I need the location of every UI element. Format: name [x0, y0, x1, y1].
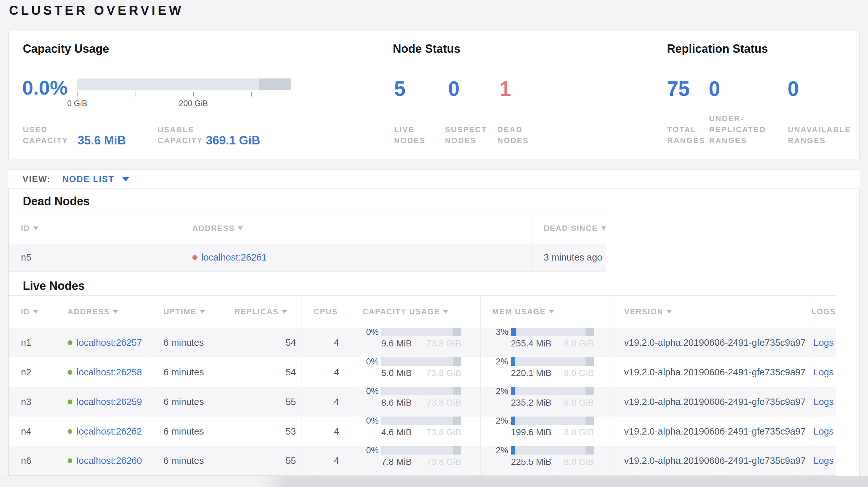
live-header-cpus: CPUS: [301, 296, 351, 328]
version-value: v19.2.0-alpha.20190606-2491-gfe735c9a97: [612, 446, 811, 476]
dead-header-id[interactable]: ID: [9, 213, 180, 244]
node-address-link[interactable]: localhost:26259: [76, 397, 142, 407]
capacity-bar: [381, 387, 461, 395]
live-dot-icon: [68, 458, 72, 463]
live-dot-icon: [68, 340, 72, 345]
mem-usage-cell: 2% 220.1 MiB8.0 GiB: [480, 357, 612, 387]
mem-total: 8.0 GiB: [564, 427, 594, 437]
nodes-tables-panel: Dead Nodes ID ADDRESS DEAD SINCE n5 loca…: [8, 189, 860, 476]
logs-cell: Logs: [811, 446, 836, 476]
capacity-total: 73.8 GiB: [426, 368, 461, 378]
live-header-capacity-usage[interactable]: CAPACITY USAGE: [351, 296, 480, 328]
capacity-usage-cell: 0% 8.6 MiB73.8 GiB: [351, 387, 480, 417]
mem-percent: 2%: [487, 357, 508, 366]
live-header-logs: LOGS: [811, 296, 836, 328]
logs-link[interactable]: Logs: [814, 337, 834, 348]
under-replicated-ranges-count: 0: [709, 77, 720, 101]
dead-header-dead-since[interactable]: DEAD SINCE: [531, 213, 606, 244]
node-id: n4: [9, 417, 55, 446]
table-row: n1 localhost:26257 6 minutes 54 4 0% 9.6…: [9, 328, 836, 357]
version-value: v19.2.0-alpha.20190606-2491-gfe735c9a97: [612, 387, 811, 417]
live-header-mem-usage[interactable]: MEM USAGE: [480, 296, 612, 328]
node-address-cell: localhost:26257: [55, 328, 151, 357]
mem-total: 8.0 GiB: [564, 397, 594, 408]
replication-status-heading: Replication Status: [667, 42, 768, 56]
live-header-address[interactable]: ADDRESS: [55, 296, 151, 328]
table-row: n4 localhost:26262 6 minutes 53 4 0% 4.6…: [9, 417, 836, 446]
table-row: n5 localhost:26261 3 minutes ago: [9, 244, 606, 272]
capacity-bar: [381, 328, 461, 336]
live-header-version[interactable]: VERSION: [612, 296, 811, 328]
node-address-link[interactable]: localhost:26262: [76, 426, 142, 437]
suspect-nodes-count: 0: [448, 77, 460, 101]
node-list-dropdown[interactable]: NODE LIST: [62, 174, 115, 184]
capacity-bar-endcap: [259, 78, 291, 90]
axis-label-0gib: 0 GiB: [67, 99, 88, 108]
capacity-percent: 0.0%: [22, 76, 68, 99]
dead-nodes-label: DEAD NODES: [497, 124, 539, 146]
cluster-summary-card: Capacity Usage 0.0% 0 GiB 200 GiB USED C…: [8, 31, 860, 159]
sort-desc-icon: [549, 310, 554, 314]
capacity-usage-heading: Capacity Usage: [23, 42, 109, 56]
node-id: n3: [9, 387, 55, 417]
live-header-id[interactable]: ID: [9, 296, 55, 328]
live-dot-icon: [68, 429, 72, 434]
capacity-used: 9.6 MiB: [381, 338, 412, 349]
uptime-value: 6 minutes: [151, 357, 222, 387]
uptime-value: 6 minutes: [151, 387, 222, 417]
sort-desc-icon: [33, 310, 38, 314]
unavailable-ranges-label: UNAVAILABLE RANGES: [788, 124, 868, 146]
table-row: n6 localhost:26260 6 minutes 55 4 0% 7.8…: [9, 446, 836, 476]
node-id: n5: [9, 244, 180, 271]
capacity-usage-cell: 0% 7.8 MiB73.8 GiB: [351, 446, 480, 476]
live-header-uptime[interactable]: UPTIME: [151, 296, 222, 328]
mem-percent: 2%: [487, 417, 508, 425]
node-id: n2: [9, 357, 55, 387]
logs-link[interactable]: Logs: [814, 455, 834, 466]
logs-link[interactable]: Logs: [814, 367, 834, 378]
sort-desc-icon: [282, 310, 287, 314]
dead-since-value: 3 minutes ago: [531, 244, 606, 271]
mem-bar: [511, 387, 594, 395]
replicas-value: 54: [222, 357, 301, 387]
cpus-value: 4: [301, 417, 351, 446]
axis-tick: [77, 92, 78, 97]
node-address-cell: localhost:26258: [55, 357, 151, 387]
capacity-total: 73.8 GiB: [426, 397, 461, 408]
sort-desc-icon: [238, 226, 243, 230]
uptime-value: 6 minutes: [151, 328, 222, 357]
node-address-cell: localhost:26259: [55, 387, 151, 417]
chevron-down-icon[interactable]: [122, 177, 129, 182]
dead-nodes-count: 1: [500, 77, 511, 101]
capacity-total: 73.8 GiB: [426, 338, 461, 349]
bottom-shadow: [259, 476, 868, 487]
node-address-link[interactable]: localhost:26257: [76, 337, 142, 348]
mem-used: 220.1 MiB: [511, 368, 551, 378]
view-label: VIEW:: [23, 174, 51, 184]
live-nodes-table: ID ADDRESS UPTIME REPLICAS CPUS CAPACITY…: [9, 295, 836, 476]
node-address-link[interactable]: localhost:26258: [76, 367, 142, 378]
node-address-link[interactable]: localhost:26260: [76, 455, 142, 466]
capacity-usage-cell: 0% 4.6 MiB73.8 GiB: [351, 417, 480, 446]
logs-link[interactable]: Logs: [814, 397, 834, 407]
page-title: CLUSTER OVERVIEW: [9, 3, 184, 18]
dead-header-address[interactable]: ADDRESS: [180, 213, 531, 244]
axis-tick: [193, 92, 194, 97]
logs-cell: Logs: [811, 387, 836, 417]
mem-usage-cell: 2% 225.5 MiB8.0 GiB: [480, 446, 612, 476]
live-nodes-title: Live Nodes: [23, 279, 85, 293]
node-address-link[interactable]: localhost:26261: [202, 252, 267, 263]
logs-cell: Logs: [811, 328, 836, 357]
usable-capacity-value: 369.1 GiB: [206, 134, 260, 147]
total-ranges-count: 75: [667, 77, 690, 101]
logs-link[interactable]: Logs: [814, 426, 834, 437]
capacity-used: 4.6 MiB: [381, 427, 412, 437]
sort-desc-icon: [666, 310, 672, 314]
mem-usage-cell: 2% 199.6 MiB8.0 GiB: [480, 417, 612, 446]
mem-percent: 2%: [487, 446, 508, 455]
sort-desc-icon: [601, 226, 606, 230]
dead-nodes-table: ID ADDRESS DEAD SINCE n5 localhost:26261…: [9, 213, 606, 272]
sort-desc-icon: [113, 310, 118, 314]
live-header-replicas[interactable]: REPLICAS: [222, 296, 301, 328]
used-capacity-value: 35.6 MiB: [78, 134, 126, 147]
